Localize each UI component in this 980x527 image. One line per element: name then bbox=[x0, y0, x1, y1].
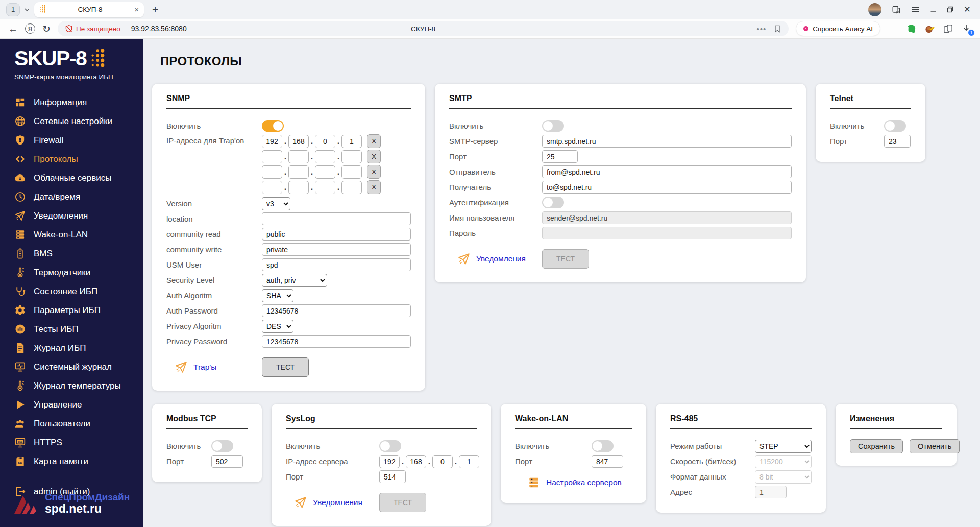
sidebar-item-memory-card[interactable]: SDКарта памяти bbox=[0, 452, 143, 471]
smtp-username-input[interactable] bbox=[542, 211, 792, 224]
snmp-trap-ip-octet[interactable] bbox=[315, 150, 335, 163]
smtp-test-button[interactable]: ТЕСТ bbox=[542, 249, 589, 269]
syslog-enable-toggle[interactable] bbox=[379, 440, 401, 452]
sidebar-item-datetime[interactable]: Дата/время bbox=[0, 187, 143, 206]
modbus-enable-toggle[interactable] bbox=[211, 440, 233, 452]
snmp-trap-ip-octet[interactable] bbox=[315, 181, 335, 194]
wol-enable-toggle[interactable] bbox=[592, 440, 614, 452]
snmp-trap-ip-remove-button[interactable]: X bbox=[367, 150, 381, 163]
syslog-ip-octet[interactable] bbox=[432, 455, 453, 468]
snmp-trap-ip-octet[interactable] bbox=[341, 181, 362, 194]
sidebar-item-ups-status[interactable]: Состояние ИБП bbox=[0, 282, 143, 301]
snmp-trap-ip-octet[interactable] bbox=[341, 165, 362, 179]
snmp-usm-user-input[interactable] bbox=[262, 258, 411, 271]
smtp-recipient-input[interactable] bbox=[542, 181, 792, 194]
syslog-ip-octet[interactable] bbox=[406, 455, 426, 468]
sidebar-item-firewall[interactable]: Firewall bbox=[0, 131, 143, 150]
profile-avatar[interactable] bbox=[868, 3, 881, 16]
back-icon[interactable]: ← bbox=[8, 24, 18, 34]
snmp-trap-ip-octet[interactable] bbox=[288, 135, 309, 148]
snmp-trap-ip-octet[interactable] bbox=[262, 165, 282, 179]
downloads-icon[interactable]: 1 bbox=[961, 23, 972, 34]
sidebar-item-network[interactable]: Сетевые настройки bbox=[0, 112, 143, 131]
sidebar-item-control[interactable]: Управление bbox=[0, 395, 143, 414]
browser-menu-icon[interactable] bbox=[911, 5, 920, 14]
sidebar-item-cloud[interactable]: Облачные сервисы bbox=[0, 169, 143, 187]
snmp-trap-ip-remove-button[interactable]: X bbox=[367, 134, 381, 148]
snmp-privacy-password-input[interactable] bbox=[262, 335, 411, 348]
smtp-sender-input[interactable] bbox=[542, 165, 792, 178]
active-tab[interactable]: СКУП-8 × bbox=[34, 2, 144, 17]
pages-extension-icon[interactable] bbox=[942, 23, 953, 34]
sidebar-footer[interactable]: СпецПромДизайн spd.net.ru bbox=[0, 491, 143, 516]
snmp-trap-ip-octet[interactable] bbox=[315, 135, 335, 148]
wol-port-input[interactable] bbox=[592, 455, 623, 468]
more-actions-icon[interactable]: ••• bbox=[756, 25, 766, 33]
smtp-password-input[interactable] bbox=[542, 227, 792, 239]
telnet-enable-toggle[interactable] bbox=[884, 120, 906, 132]
snmp-enable-toggle[interactable] bbox=[262, 120, 284, 132]
snmp-trap-ip-octet[interactable] bbox=[288, 181, 309, 194]
snmp-version-select[interactable]: v3 bbox=[262, 197, 290, 210]
sidebar-item-https[interactable]: SSLHTTPS bbox=[0, 433, 143, 452]
syslog-ip-octet[interactable] bbox=[459, 455, 479, 468]
refresh-icon[interactable]: ↻ bbox=[42, 24, 51, 34]
bookmarks-panel-icon[interactable] bbox=[892, 5, 901, 14]
snmp-traps-link[interactable]: Trap'ы bbox=[193, 363, 216, 372]
snmp-trap-ip-octet[interactable] bbox=[262, 135, 282, 148]
editor-extension-icon[interactable] bbox=[924, 23, 935, 34]
snmp-community-write-input[interactable] bbox=[262, 243, 411, 256]
snmp-security-level-select[interactable]: auth, priv bbox=[262, 274, 327, 287]
sidebar-item-thermosensors[interactable]: Термодатчики bbox=[0, 263, 143, 282]
snmp-trap-ip-octet[interactable] bbox=[262, 150, 282, 163]
rs485-speed-select[interactable]: 115200 bbox=[755, 455, 812, 468]
smtp-enable-toggle[interactable] bbox=[542, 120, 564, 132]
window-restore-button[interactable] bbox=[947, 6, 953, 13]
snmp-auth-algorithm-select[interactable]: SHA bbox=[262, 289, 293, 302]
address-bar[interactable]: Не защищено 93.92.83.56:8080 СКУП-8 ••• bbox=[58, 21, 789, 36]
modbus-port-input[interactable] bbox=[211, 455, 243, 468]
snmp-trap-ip-octet[interactable] bbox=[315, 165, 335, 179]
sidebar-item-ups-tests[interactable]: Тесты ИБП bbox=[0, 320, 143, 339]
snmp-trap-ip-octet[interactable] bbox=[341, 150, 362, 163]
new-tab-button[interactable]: + bbox=[148, 4, 162, 16]
syslog-test-button[interactable]: ТЕСТ bbox=[379, 493, 426, 512]
snmp-trap-ip-octet[interactable] bbox=[341, 135, 362, 148]
sidebar-item-users[interactable]: Пользователи bbox=[0, 414, 143, 433]
sidebar-item-ups-log[interactable]: Журнал ИБП bbox=[0, 339, 143, 357]
sidebar-item-temp-log[interactable]: Журнал температуры bbox=[0, 376, 143, 395]
bookmark-flag-icon[interactable] bbox=[773, 25, 781, 33]
cancel-button[interactable]: Отменить bbox=[910, 439, 960, 453]
smtp-port-input[interactable] bbox=[542, 150, 578, 163]
window-minimize-button[interactable] bbox=[930, 6, 937, 13]
tab-close-icon[interactable]: × bbox=[134, 6, 139, 13]
snmp-auth-password-input[interactable] bbox=[262, 304, 411, 317]
snmp-community-read-input[interactable] bbox=[262, 228, 411, 241]
tab-group-chevron-icon[interactable] bbox=[24, 7, 30, 13]
snmp-trap-ip-remove-button[interactable]: X bbox=[367, 180, 381, 194]
sidebar-item-wake-on-lan[interactable]: Wake-on-LAN bbox=[0, 225, 143, 244]
security-status[interactable]: Не защищено bbox=[65, 25, 120, 33]
sidebar-item-system-log[interactable]: Системный журнал bbox=[0, 357, 143, 376]
sidebar-item-notifications[interactable]: Уведомления bbox=[0, 206, 143, 225]
syslog-port-input[interactable] bbox=[379, 470, 406, 483]
snmp-test-button[interactable]: ТЕСТ bbox=[262, 357, 309, 377]
snmp-trap-ip-octet[interactable] bbox=[262, 181, 282, 194]
yandex-search-icon[interactable]: Я bbox=[25, 23, 35, 34]
sidebar-item-protocols[interactable]: Протоколы bbox=[0, 150, 143, 169]
rs485-address-input[interactable] bbox=[755, 486, 787, 498]
save-button[interactable]: Сохранить bbox=[850, 439, 903, 453]
wol-servers-link[interactable]: Настройка серверов bbox=[546, 478, 622, 487]
snmp-trap-ip-octet[interactable] bbox=[288, 165, 309, 179]
rs485-mode-select[interactable]: STEP bbox=[755, 440, 812, 453]
sidebar-item-info[interactable]: Информация bbox=[0, 93, 143, 112]
sidebar-item-bms[interactable]: BMS bbox=[0, 244, 143, 263]
ask-alice-button[interactable]: Спросить Алису AI bbox=[796, 21, 880, 36]
window-close-button[interactable]: ✕ bbox=[964, 4, 971, 15]
evernote-extension-icon[interactable] bbox=[905, 23, 917, 34]
snmp-location-input[interactable] bbox=[262, 212, 411, 225]
syslog-ip-octet[interactable] bbox=[379, 455, 400, 468]
smtp-notifications-link[interactable]: Уведомления bbox=[476, 254, 526, 264]
snmp-privacy-algorithm-select[interactable]: DES bbox=[262, 320, 293, 333]
tab-group-chip[interactable]: 1 bbox=[6, 3, 20, 16]
